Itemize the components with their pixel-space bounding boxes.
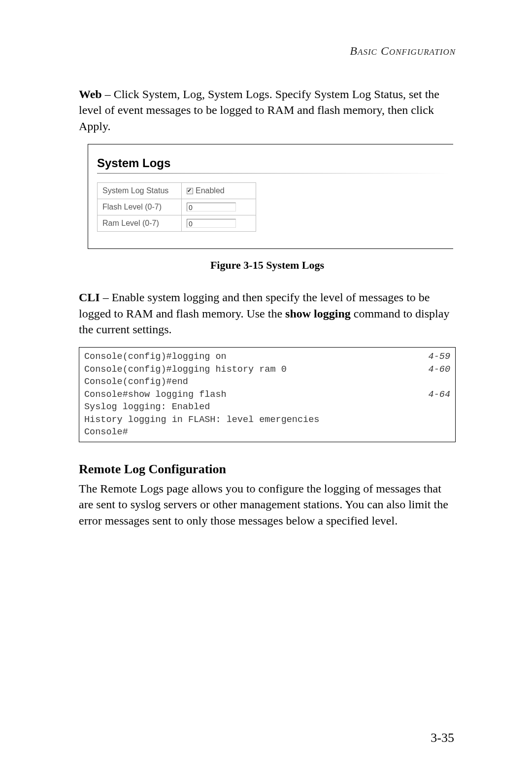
- remote-paragraph: The Remote Logs page allows you to confi…: [79, 481, 456, 528]
- enabled-label: Enabled: [196, 186, 225, 195]
- flash-label: Flash Level (0-7): [98, 199, 182, 215]
- running-header: Basic Configuration: [79, 44, 456, 58]
- web-paragraph: Web – Click System, Log, System Logs. Sp…: [79, 86, 456, 134]
- table-row: Ram Level (0-7) 0: [98, 215, 256, 232]
- ram-label: Ram Level (0-7): [98, 215, 182, 232]
- figure-caption: Figure 3-15 System Logs: [79, 259, 456, 272]
- ram-cell: 0: [182, 215, 256, 232]
- enabled-checkbox[interactable]: [187, 188, 193, 194]
- web-lead: Web: [79, 88, 102, 101]
- page-number: 3-35: [431, 731, 454, 745]
- status-cell: Enabled: [182, 183, 256, 199]
- cli-line: Syslog logging: Enabled: [84, 401, 210, 414]
- cli-ref: 4-60: [429, 363, 450, 376]
- page: Basic Configuration Web – Click System, …: [0, 0, 532, 774]
- table-row: Flash Level (0-7) 0: [98, 199, 256, 215]
- cli-lead: CLI: [79, 291, 100, 304]
- cli-bold-cmd: show logging: [285, 307, 351, 320]
- cli-line: Console(config)#logging on: [84, 351, 227, 363]
- cli-line: Console(config)#end: [84, 376, 188, 388]
- system-logs-figure: System Logs System Log Status Enabled Fl…: [88, 144, 453, 249]
- cli-line: Console#: [84, 426, 128, 439]
- ram-level-input[interactable]: 0: [187, 219, 236, 228]
- web-text: – Click System, Log, System Logs. Specif…: [79, 88, 439, 133]
- config-table: System Log Status Enabled Flash Level (0…: [97, 182, 256, 232]
- flash-level-input[interactable]: 0: [187, 203, 236, 211]
- remote-log-heading: Remote Log Configuration: [79, 462, 456, 477]
- cli-ref: 4-64: [429, 388, 450, 401]
- figure-divider: [97, 173, 452, 174]
- cli-output: Console(config)#logging on4-59Console(co…: [79, 347, 456, 442]
- status-label: System Log Status: [98, 183, 182, 199]
- cli-line: Console(config)#logging history ram 0: [84, 363, 287, 376]
- flash-cell: 0: [182, 199, 256, 215]
- cli-paragraph: CLI – Enable system logging and then spe…: [79, 289, 456, 337]
- cli-line: History logging in FLASH: level emergenc…: [84, 414, 319, 426]
- cli-line: Console#show logging flash: [84, 388, 227, 401]
- table-row: System Log Status Enabled: [98, 183, 256, 199]
- figure-title: System Logs: [97, 156, 453, 170]
- cli-ref: 4-59: [429, 351, 450, 363]
